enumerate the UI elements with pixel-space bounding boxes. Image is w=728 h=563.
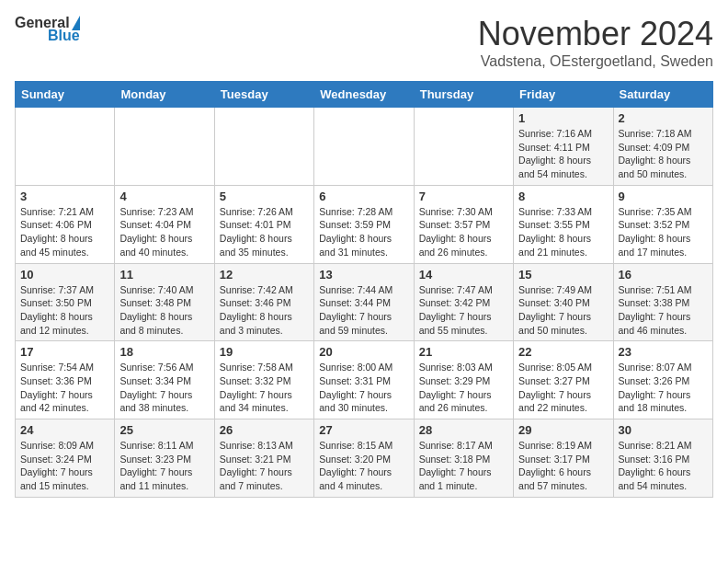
calendar-location: Vadstena, OEstergoetland, Sweden [478,53,713,70]
day-info: Sunrise: 7:18 AM Sunset: 4:09 PM Dayligh… [619,127,708,181]
weekday-header: Thursday [414,82,513,108]
day-number: 5 [220,190,309,203]
day-info: Sunrise: 7:21 AM Sunset: 4:06 PM Dayligh… [20,205,109,259]
calendar-cell: 8Sunrise: 7:33 AM Sunset: 3:55 PM Daylig… [514,185,613,263]
calendar-cell: 11Sunrise: 7:40 AM Sunset: 3:48 PM Dayli… [115,263,214,341]
calendar-cell: 30Sunrise: 8:21 AM Sunset: 3:16 PM Dayli… [613,419,712,498]
calendar-cell: 18Sunrise: 7:56 AM Sunset: 3:34 PM Dayli… [115,341,214,419]
weekday-header: Friday [514,82,613,108]
day-number: 26 [220,423,309,437]
day-number: 2 [619,111,708,125]
day-info: Sunrise: 8:13 AM Sunset: 3:21 PM Dayligh… [220,439,309,493]
day-info: Sunrise: 8:19 AM Sunset: 3:17 PM Dayligh… [518,439,608,493]
day-info: Sunrise: 7:42 AM Sunset: 3:46 PM Dayligh… [220,283,309,338]
day-number: 18 [119,345,209,359]
day-number: 13 [319,268,408,282]
day-info: Sunrise: 8:00 AM Sunset: 3:31 PM Dayligh… [319,361,408,415]
day-number: 25 [119,423,209,437]
calendar-cell: 27Sunrise: 8:15 AM Sunset: 3:20 PM Dayli… [314,419,414,498]
day-info: Sunrise: 7:28 AM Sunset: 3:59 PM Dayligh… [319,205,408,259]
calendar-cell: 26Sunrise: 8:13 AM Sunset: 3:21 PM Dayli… [214,419,313,498]
day-info: Sunrise: 7:16 AM Sunset: 4:11 PM Dayligh… [518,127,608,181]
calendar-cell: 5Sunrise: 7:26 AM Sunset: 4:01 PM Daylig… [214,185,313,263]
calendar-cell: 1Sunrise: 7:16 AM Sunset: 4:11 PM Daylig… [514,108,613,186]
calendar-header-row: SundayMondayTuesdayWednesdayThursdayFrid… [16,82,713,108]
calendar-cell: 10Sunrise: 7:37 AM Sunset: 3:50 PM Dayli… [16,263,115,341]
weekday-header: Tuesday [214,82,313,108]
calendar-cell [16,108,115,186]
day-number: 1 [518,111,608,125]
day-number: 8 [518,190,608,203]
page-header: General Blue November 2024 Vadstena, OEs… [15,15,713,70]
calendar-cell [314,108,414,186]
day-number: 15 [518,268,608,282]
day-number: 6 [319,190,408,203]
day-number: 27 [319,423,408,437]
day-number: 16 [619,268,708,282]
calendar-week-row: 10Sunrise: 7:37 AM Sunset: 3:50 PM Dayli… [16,263,713,341]
weekday-header: Monday [115,82,214,108]
day-number: 22 [518,345,608,359]
calendar-cell [414,108,513,186]
calendar-cell: 16Sunrise: 7:51 AM Sunset: 3:38 PM Dayli… [613,263,712,341]
calendar-week-row: 17Sunrise: 7:54 AM Sunset: 3:36 PM Dayli… [16,341,713,419]
calendar-cell: 2Sunrise: 7:18 AM Sunset: 4:09 PM Daylig… [613,108,712,186]
day-info: Sunrise: 7:37 AM Sunset: 3:50 PM Dayligh… [20,283,109,338]
day-number: 23 [619,345,708,359]
calendar-cell: 25Sunrise: 8:11 AM Sunset: 3:23 PM Dayli… [115,419,214,498]
calendar-cell: 7Sunrise: 7:30 AM Sunset: 3:57 PM Daylig… [414,185,513,263]
calendar-week-row: 3Sunrise: 7:21 AM Sunset: 4:06 PM Daylig… [16,185,713,263]
day-info: Sunrise: 8:17 AM Sunset: 3:18 PM Dayligh… [419,439,508,493]
calendar-cell: 3Sunrise: 7:21 AM Sunset: 4:06 PM Daylig… [16,185,115,263]
weekday-header: Wednesday [314,82,414,108]
day-number: 3 [20,190,109,203]
calendar-title: November 2024 [478,15,713,53]
title-block: November 2024 Vadstena, OEstergoetland, … [478,15,713,70]
calendar-cell: 21Sunrise: 8:03 AM Sunset: 3:29 PM Dayli… [414,341,513,419]
day-info: Sunrise: 7:49 AM Sunset: 3:40 PM Dayligh… [518,283,608,338]
day-info: Sunrise: 7:40 AM Sunset: 3:48 PM Dayligh… [119,283,209,338]
calendar-cell: 12Sunrise: 7:42 AM Sunset: 3:46 PM Dayli… [214,263,313,341]
calendar-week-row: 24Sunrise: 8:09 AM Sunset: 3:24 PM Dayli… [16,419,713,498]
day-info: Sunrise: 7:44 AM Sunset: 3:44 PM Dayligh… [319,283,408,338]
day-number: 9 [619,190,708,203]
calendar-cell: 19Sunrise: 7:58 AM Sunset: 3:32 PM Dayli… [214,341,313,419]
calendar-cell: 17Sunrise: 7:54 AM Sunset: 3:36 PM Dayli… [16,341,115,419]
day-info: Sunrise: 7:33 AM Sunset: 3:55 PM Dayligh… [518,205,608,259]
logo-blue: Blue [48,28,80,44]
calendar-cell: 28Sunrise: 8:17 AM Sunset: 3:18 PM Dayli… [414,419,513,498]
day-number: 11 [119,268,209,282]
day-info: Sunrise: 8:07 AM Sunset: 3:26 PM Dayligh… [619,361,708,415]
day-number: 19 [220,345,309,359]
day-info: Sunrise: 7:35 AM Sunset: 3:52 PM Dayligh… [619,205,708,259]
day-number: 28 [419,423,508,437]
day-info: Sunrise: 7:51 AM Sunset: 3:38 PM Dayligh… [619,283,708,338]
day-info: Sunrise: 8:15 AM Sunset: 3:20 PM Dayligh… [319,439,408,493]
day-number: 29 [518,423,608,437]
day-info: Sunrise: 8:11 AM Sunset: 3:23 PM Dayligh… [119,439,209,493]
calendar-cell: 15Sunrise: 7:49 AM Sunset: 3:40 PM Dayli… [514,263,613,341]
calendar-cell: 9Sunrise: 7:35 AM Sunset: 3:52 PM Daylig… [613,185,712,263]
calendar-cell [115,108,214,186]
day-number: 10 [20,268,109,282]
calendar-cell: 13Sunrise: 7:44 AM Sunset: 3:44 PM Dayli… [314,263,414,341]
calendar-cell: 6Sunrise: 7:28 AM Sunset: 3:59 PM Daylig… [314,185,414,263]
day-info: Sunrise: 8:03 AM Sunset: 3:29 PM Dayligh… [419,361,508,415]
calendar-cell: 24Sunrise: 8:09 AM Sunset: 3:24 PM Dayli… [16,419,115,498]
calendar-cell: 29Sunrise: 8:19 AM Sunset: 3:17 PM Dayli… [514,419,613,498]
calendar-table: SundayMondayTuesdayWednesdayThursdayFrid… [15,81,713,498]
day-number: 21 [419,345,508,359]
day-info: Sunrise: 8:21 AM Sunset: 3:16 PM Dayligh… [619,439,708,493]
day-info: Sunrise: 8:05 AM Sunset: 3:27 PM Dayligh… [518,361,608,415]
day-info: Sunrise: 7:30 AM Sunset: 3:57 PM Dayligh… [419,205,508,259]
calendar-cell: 23Sunrise: 8:07 AM Sunset: 3:26 PM Dayli… [613,341,712,419]
day-info: Sunrise: 7:58 AM Sunset: 3:32 PM Dayligh… [220,361,309,415]
day-number: 12 [220,268,309,282]
day-number: 17 [20,345,109,359]
logo: General Blue [15,15,80,44]
calendar-cell: 20Sunrise: 8:00 AM Sunset: 3:31 PM Dayli… [314,341,414,419]
weekday-header: Sunday [16,82,115,108]
day-info: Sunrise: 7:23 AM Sunset: 4:04 PM Dayligh… [119,205,209,259]
day-info: Sunrise: 7:26 AM Sunset: 4:01 PM Dayligh… [220,205,309,259]
calendar-cell: 14Sunrise: 7:47 AM Sunset: 3:42 PM Dayli… [414,263,513,341]
